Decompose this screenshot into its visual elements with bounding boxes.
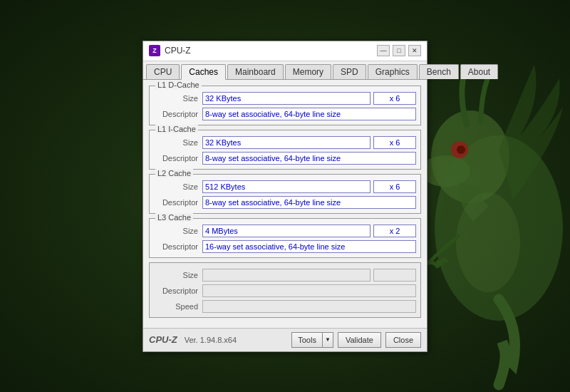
l1i-cache-group: L1 I-Cache Size Descriptor <box>149 130 421 170</box>
maximize-button[interactable]: □ <box>393 45 405 56</box>
l1i-size-input[interactable] <box>202 136 370 149</box>
l2-size-row: Size <box>154 180 416 193</box>
l1d-size-row: Size <box>154 92 416 105</box>
tools-button-group: Tools ▼ <box>291 332 333 348</box>
svg-point-2 <box>420 155 470 187</box>
l2-multiplier-input[interactable] <box>373 180 416 193</box>
l1d-multiplier-input[interactable] <box>373 92 416 105</box>
l2-cache-group: L2 Cache Size Descriptor <box>149 174 421 214</box>
l3-cache-group: L3 Cache Size Descriptor <box>149 218 421 258</box>
l1d-descriptor-input[interactable] <box>202 108 416 120</box>
empty-size-label: Size <box>154 271 202 279</box>
l2-label: L2 Cache <box>155 169 193 177</box>
tab-graphics[interactable]: Graphics <box>368 64 418 79</box>
empty-speed-input[interactable] <box>202 300 416 313</box>
l3-multiplier-input[interactable] <box>373 225 416 237</box>
empty-descriptor-label: Descriptor <box>154 287 202 295</box>
l2-descriptor-label: Descriptor <box>154 198 202 207</box>
validate-button[interactable]: Validate <box>338 332 381 348</box>
empty-cache-group: Size Descriptor Speed <box>149 262 421 318</box>
tools-button[interactable]: Tools <box>291 332 322 348</box>
footer: CPU-Z Ver. 1.94.8.x64 Tools ▼ Validate C… <box>143 328 427 351</box>
footer-version: Ver. 1.94.8.x64 <box>185 336 288 344</box>
l2-size-label: Size <box>154 182 202 191</box>
svg-point-4 <box>457 145 465 154</box>
empty-speed-label: Speed <box>154 302 202 311</box>
app-icon: Z <box>149 45 160 56</box>
l3-descriptor-row: Descriptor <box>154 240 416 253</box>
tab-cpu[interactable]: CPU <box>146 64 180 79</box>
empty-size-row: Size <box>154 269 416 282</box>
tab-bar: CPU Caches Mainboard Memory SPD Graphics… <box>143 61 427 80</box>
tab-caches[interactable]: Caches <box>181 64 226 80</box>
l1i-size-label: Size <box>154 138 202 147</box>
minimize-button[interactable]: — <box>377 45 390 56</box>
l3-descriptor-input[interactable] <box>202 240 416 253</box>
tab-about[interactable]: About <box>460 64 498 79</box>
svg-point-1 <box>431 110 509 203</box>
l3-label: L3 Cache <box>155 213 193 222</box>
l3-size-input[interactable] <box>202 225 370 237</box>
tab-spd[interactable]: SPD <box>333 64 366 79</box>
empty-speed-row: Speed <box>154 300 416 313</box>
l1d-size-input[interactable] <box>202 92 370 105</box>
tab-memory[interactable]: Memory <box>285 64 331 79</box>
l3-descriptor-label: Descriptor <box>154 242 202 251</box>
empty-descriptor-row: Descriptor <box>154 284 416 297</box>
l1i-descriptor-label: Descriptor <box>154 154 202 163</box>
l1d-descriptor-label: Descriptor <box>154 110 202 118</box>
svg-point-3 <box>451 141 468 158</box>
window-title: CPU-Z <box>165 46 377 56</box>
l1i-descriptor-row: Descriptor <box>154 152 416 165</box>
close-window-button[interactable]: ✕ <box>408 45 421 56</box>
title-bar: Z CPU-Z — □ ✕ <box>143 41 427 61</box>
l2-descriptor-input[interactable] <box>202 196 416 209</box>
l1i-multiplier-input[interactable] <box>373 136 416 149</box>
title-bar-buttons: — □ ✕ <box>377 45 421 56</box>
l1i-label: L1 I-Cache <box>155 125 198 133</box>
tools-dropdown-arrow[interactable]: ▼ <box>322 332 333 348</box>
l3-size-label: Size <box>154 227 202 235</box>
tab-mainboard[interactable]: Mainboard <box>227 64 284 79</box>
l1d-descriptor-row: Descriptor <box>154 108 416 120</box>
close-button[interactable]: Close <box>385 332 421 348</box>
cpu-z-window: Z CPU-Z — □ ✕ CPU Caches Mainboard Memor… <box>142 41 428 352</box>
l2-size-input[interactable] <box>202 180 370 193</box>
empty-multiplier-input[interactable] <box>373 269 416 282</box>
l3-size-row: Size <box>154 225 416 237</box>
empty-size-input[interactable] <box>202 269 370 282</box>
l1i-size-row: Size <box>154 136 416 149</box>
footer-logo: CPU-Z <box>149 334 177 345</box>
caches-content: L1 D-Cache Size Descriptor L1 I-Cache Si… <box>143 80 427 328</box>
empty-descriptor-input[interactable] <box>202 284 416 297</box>
l2-descriptor-row: Descriptor <box>154 196 416 209</box>
l1i-descriptor-input[interactable] <box>202 152 416 165</box>
svg-point-5 <box>456 192 520 292</box>
l1d-size-label: Size <box>154 94 202 103</box>
svg-point-0 <box>435 135 563 321</box>
l1d-cache-group: L1 D-Cache Size Descriptor <box>149 86 421 125</box>
l1d-label: L1 D-Cache <box>155 81 202 89</box>
tab-bench[interactable]: Bench <box>419 64 459 79</box>
